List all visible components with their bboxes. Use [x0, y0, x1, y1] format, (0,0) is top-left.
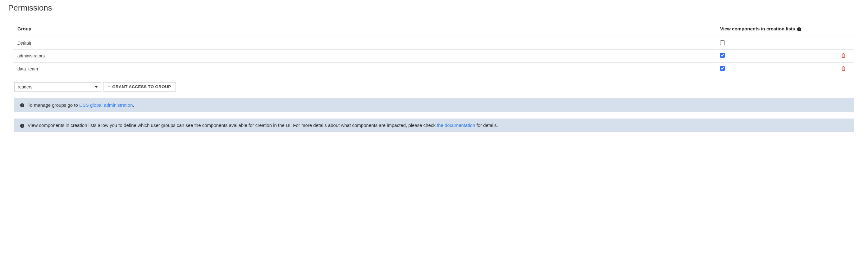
view-components-checkbox[interactable]	[720, 53, 725, 58]
svg-rect-1	[799, 29, 800, 30]
permissions-panel: Group View components in creation lists …	[0, 17, 868, 138]
banner-text-prefix: To manage groups go to	[28, 102, 79, 108]
grant-button-label: GRANT ACCESS TO GROUP	[112, 84, 171, 89]
svg-rect-8	[22, 125, 23, 127]
svg-rect-2	[799, 28, 800, 29]
table-row: administrators	[14, 49, 854, 62]
group-name-cell: Default	[14, 37, 717, 49]
banner-text: To manage groups go to DSS global admini…	[28, 102, 134, 108]
permissions-table: Group View components in creation lists …	[14, 24, 854, 75]
view-checkbox-cell	[717, 37, 823, 49]
dss-admin-link[interactable]: DSS global administration	[79, 102, 133, 108]
documentation-link[interactable]: the documentation	[437, 122, 475, 128]
info-icon	[20, 122, 25, 128]
caret-down-icon	[95, 84, 98, 89]
svg-marker-3	[95, 86, 98, 88]
view-components-banner: View components in creation lists allow …	[14, 118, 854, 132]
col-header-actions	[823, 24, 854, 37]
col-header-view: View components in creation lists	[717, 24, 823, 37]
page-title: Permissions	[0, 0, 868, 17]
grant-access-button[interactable]: + GRANT ACCESS TO GROUP	[103, 82, 176, 91]
manage-groups-banner: To manage groups go to DSS global admini…	[14, 98, 854, 112]
group-name-cell: administrators	[14, 49, 717, 62]
info-icon[interactable]	[797, 26, 802, 32]
trash-icon[interactable]	[841, 66, 846, 72]
svg-rect-5	[22, 105, 23, 106]
view-checkbox-cell	[717, 62, 823, 75]
svg-rect-9	[22, 124, 23, 125]
view-components-checkbox[interactable]	[720, 66, 725, 71]
view-components-checkbox[interactable]	[720, 40, 725, 45]
info-icon	[20, 102, 25, 108]
plus-icon: +	[108, 84, 110, 89]
table-row: Default	[14, 37, 854, 49]
banner-text-suffix: for details.	[475, 122, 498, 128]
col-header-group: Group	[14, 24, 717, 37]
table-row: data_team	[14, 62, 854, 75]
banner-text-prefix: View components in creation lists allow …	[28, 122, 437, 128]
banner-text: View components in creation lists allow …	[28, 122, 498, 128]
banner-text-suffix: .	[133, 102, 134, 108]
svg-rect-6	[22, 104, 23, 105]
col-header-view-label: View components in creation lists	[720, 26, 795, 31]
grant-controls: readers + GRANT ACCESS TO GROUP	[14, 82, 854, 91]
delete-cell	[823, 37, 854, 49]
group-select-value: readers	[18, 84, 32, 89]
trash-icon[interactable]	[841, 53, 846, 59]
view-checkbox-cell	[717, 49, 823, 62]
delete-cell	[823, 49, 854, 62]
delete-cell	[823, 62, 854, 75]
group-select[interactable]: readers	[14, 82, 101, 91]
group-name-cell: data_team	[14, 62, 717, 75]
